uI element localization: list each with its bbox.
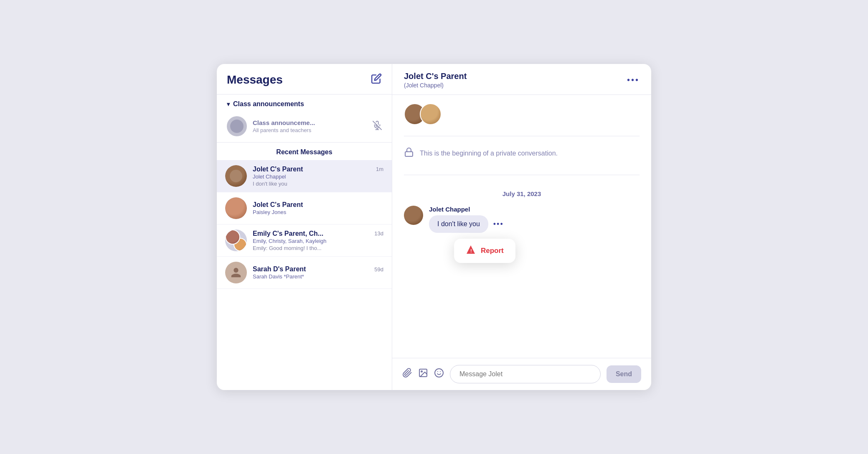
chevron-down-icon: ▾ [227,101,230,107]
list-item[interactable]: Jolet C's Parent 1m Jolet Chappel I don'… [217,160,392,192]
list-item[interactable]: Sarah D's Parent 59d Sarah Davis *Parent… [217,257,392,289]
svg-text:!: ! [470,248,472,253]
divider [404,175,640,175]
message-info: Sarah D's Parent 59d Sarah Davis *Parent… [253,265,383,280]
svg-rect-3 [405,152,413,156]
svg-point-8 [435,369,443,377]
avatar [225,230,247,251]
chat-avatars [404,103,640,125]
message-content: Jolet Chappel I don't like you ••• ! [429,206,515,263]
chat-contact-name: Jolet C's Parent [404,71,467,81]
class-announcements-section[interactable]: ▾ Class announcements [217,94,392,112]
compose-icon[interactable] [371,73,382,87]
avatar [225,165,247,187]
chat-header-info: Jolet C's Parent (Jolet Chappel) [404,71,467,89]
message-sender-name: Jolet C's Parent [253,201,303,209]
message-bubble-row: I don't like you ••• [429,215,515,233]
mute-icon [373,121,382,132]
svg-point-7 [421,371,422,372]
lock-icon [404,147,414,160]
chat-contact-sub: (Jolet Chappel) [404,82,467,89]
avatar [225,197,247,219]
message-info: Jolet C's Parent 1m Jolet Chappel I don'… [253,166,383,187]
message-sub-name: Sarah Davis *Parent* [253,273,383,280]
message-sender-name: Sarah D's Parent [253,265,306,273]
message-time: 13d [374,230,383,237]
divider [404,136,640,136]
sidebar-header: Messages [217,64,392,94]
attachment-icon[interactable] [402,368,412,380]
send-button[interactable]: Send [607,365,641,383]
announcement-sub: All parents and teachers [253,127,367,133]
message-sender-label: Jolet Chappel [429,206,515,213]
sidebar: Messages ▾ Class announcements Class ann… [217,64,392,390]
message-info: Jolet C's Parent Paisley Jones [253,201,383,215]
announcement-item[interactable]: Class announceme... All parents and teac… [217,112,392,143]
message-sub-name: Jolet Chappel [253,173,383,180]
avatar [227,116,247,136]
message-info: Emily C's Parent, Ch... 13d Emily, Chris… [253,230,383,251]
sidebar-title: Messages [227,73,283,87]
warning-icon: ! [466,245,476,257]
report-popup: ! Report [454,239,515,263]
image-icon[interactable] [418,368,428,380]
emoji-icon[interactable] [434,368,444,380]
message-time: 1m [376,166,383,172]
message-time: 59d [374,266,383,273]
private-notice: This is the beginning of a private conve… [404,145,640,162]
message-preview: I don't like you [253,181,383,187]
avatar [420,103,442,125]
announcement-name: Class announceme... [253,119,367,126]
chat-panel: Jolet C's Parent (Jolet Chappel) ••• [392,64,651,390]
message-row: Jolet Chappel I don't like you ••• ! [404,206,640,263]
chat-footer: Send [392,358,651,390]
private-conversation-text: This is the beginning of a private conve… [420,150,558,157]
message-options-button[interactable]: ••• [493,220,504,229]
report-button[interactable]: Report [481,247,504,255]
chat-body: This is the beginning of a private conve… [392,95,651,358]
announcement-info: Class announceme... All parents and teac… [253,119,367,133]
chat-date-label: July 31, 2023 [404,190,640,197]
message-sender-name: Emily C's Parent, Ch... [253,230,323,237]
list-item[interactable]: Emily C's Parent, Ch... 13d Emily, Chris… [217,224,392,257]
message-sub-name: Emily, Christy, Sarah, Kayleigh [253,238,383,244]
avatar [225,262,247,283]
message-sub-name: Paisley Jones [253,209,383,215]
message-sender-name: Jolet C's Parent [253,166,303,173]
recent-messages-header: Recent Messages [217,143,392,160]
avatar [404,206,423,225]
list-item[interactable]: Jolet C's Parent Paisley Jones [217,192,392,224]
more-options-icon[interactable]: ••• [627,75,640,85]
message-bubble: I don't like you [429,215,488,233]
message-preview: Emily: Good morning! I tho... [253,245,383,251]
class-announcements-label: Class announcements [233,100,304,108]
message-input[interactable] [450,365,601,383]
chat-header: Jolet C's Parent (Jolet Chappel) ••• [392,64,651,95]
